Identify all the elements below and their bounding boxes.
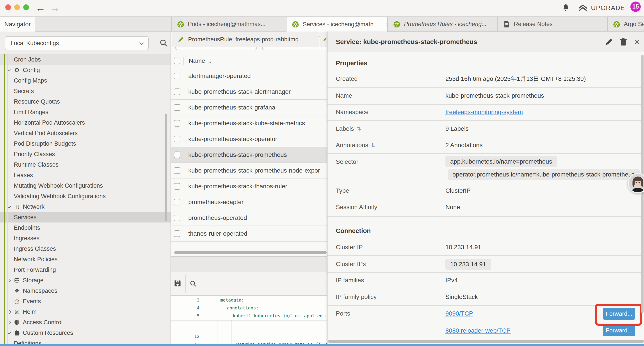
sidebar-item-ingress-classes[interactable]: Ingress Classes <box>0 244 171 254</box>
row-checkbox[interactable] <box>174 120 180 127</box>
window-minimize-button[interactable] <box>14 4 20 10</box>
window-maximize-button[interactable] <box>23 4 29 10</box>
row-checkbox[interactable] <box>174 104 180 111</box>
sidebar-item-horizontal-pod-autoscalers[interactable]: Horizontal Pod Autoscalers <box>0 117 171 128</box>
window-close-button[interactable] <box>5 4 11 10</box>
notifications-bell-icon[interactable] <box>562 3 570 12</box>
editor-tab-prometheusrule[interactable]: PrometheusRule: freeleaps-prod-rabbitmq <box>172 31 319 47</box>
row-checkbox[interactable] <box>174 230 180 237</box>
row-checkbox[interactable] <box>174 199 180 205</box>
sidebar-group-custom-resources[interactable]: Custom Resources <box>0 328 171 338</box>
service-detail-panel: Service: kube-prometheus-stack-prometheu… <box>327 31 644 344</box>
sidebar-item-vertical-pod-autoscalers[interactable]: Vertical Pod Autoscalers <box>0 128 171 138</box>
navigator-panel-tab[interactable]: Navigator <box>0 17 35 32</box>
sidebar-item-services[interactable]: Services <box>0 212 171 223</box>
row-checkbox[interactable] <box>174 136 180 142</box>
sidebar-item-port-forwarding[interactable]: Port Forwarding <box>0 265 171 275</box>
sidebar-group-config[interactable]: ⚙Config <box>0 65 171 75</box>
table-row[interactable]: prometheus-adapter <box>171 194 327 210</box>
tab-prometheus-rules[interactable]: Prometheus Rules - icecheng... <box>388 17 497 32</box>
row-checkbox[interactable] <box>174 88 180 95</box>
trash-icon[interactable] <box>619 37 628 46</box>
close-tab-icon[interactable]: × <box>386 20 388 29</box>
forward-button-8080[interactable]: Forward... <box>603 325 635 336</box>
sidebar-item-endpoints[interactable]: Endpoints <box>0 223 171 233</box>
sidebar-item-priority-classes[interactable]: Priority Classes <box>0 149 171 159</box>
sidebar-group-access-control[interactable]: Access Control <box>0 317 171 328</box>
sidebar-item-events[interactable]: ◷Events <box>0 296 171 307</box>
sidebar-item-namespaces[interactable]: ❖Namespaces <box>0 286 171 296</box>
sidebar-item-cron-jobs[interactable]: Cron Jobs <box>0 54 171 65</box>
sidebar-item-pod-disruption-budgets[interactable]: Pod Disruption Budgets <box>0 138 171 149</box>
tab-label: Prometheus Rules - icecheng... <box>404 21 486 27</box>
chevron-down-icon <box>7 330 11 334</box>
labels-value[interactable]: 9 Labels <box>446 125 469 132</box>
sidebar-item-runtime-classes[interactable]: Runtime Classes <box>0 159 171 170</box>
editor-search-icon[interactable] <box>190 280 197 287</box>
table-row[interactable]: alertmanager-operated <box>171 68 327 84</box>
config-gear-icon: ⚙ <box>13 66 20 74</box>
sidebar-group-network[interactable]: ↑↓Network <box>0 201 171 212</box>
session-affinity-value: None <box>446 204 460 211</box>
tab-services[interactable]: Services - icecheng@math... × <box>286 17 388 32</box>
upgrade-button[interactable]: UPGRADE <box>578 3 625 13</box>
table-row[interactable]: kube-prometheus-stack-thanos-ruler <box>171 178 327 194</box>
chevron-down-icon <box>7 204 11 208</box>
name-column-header[interactable]: Name <box>189 57 205 64</box>
sidebar-item-mutating-webhook-configurations[interactable]: Mutating Webhook Configurations <box>0 180 171 191</box>
table-row[interactable]: kube-prometheus-stack-kube-state-metrics <box>171 115 327 131</box>
table-row[interactable]: kube-prometheus-stack-prometheus-node-ex… <box>171 163 327 178</box>
sidebar-item-ingresses[interactable]: Ingresses <box>0 233 171 244</box>
table-row[interactable]: kube-prometheus-stack-operator <box>171 131 327 147</box>
tab-label: Argo Se <box>624 21 644 27</box>
window-bottom-accent <box>0 344 644 346</box>
editor-tab-strip <box>171 256 327 272</box>
row-checkbox[interactable] <box>174 73 180 79</box>
selector-chip: app.kubernetes.io/name=prometheus <box>446 156 557 167</box>
row-checkbox[interactable] <box>174 167 180 174</box>
row-checkbox[interactable] <box>174 183 180 190</box>
notification-count-badge[interactable]: 15 <box>630 1 641 12</box>
sidebar-scrollbar[interactable] <box>165 114 167 221</box>
back-icon[interactable]: ← <box>36 2 46 14</box>
panel-horizontal-scrollbar[interactable] <box>328 340 644 343</box>
annotations-value[interactable]: 2 Annotations <box>446 142 483 149</box>
save-icon[interactable] <box>174 280 182 287</box>
ip-family-policy-label: IP family policy <box>336 294 376 301</box>
namespace-link[interactable]: freeleaps-monitoring-system <box>446 109 523 116</box>
cluster-ip-value: 10.233.14.91 <box>446 244 481 251</box>
table-row[interactable]: kube-prometheus-stack-grafana <box>171 100 327 115</box>
table-row[interactable]: thanos-ruler-operated <box>171 226 327 242</box>
sidebar-group-helm[interactable]: ⎈Helm <box>0 307 171 317</box>
clock-icon: ◷ <box>13 298 20 305</box>
row-checkbox[interactable] <box>174 215 180 221</box>
search-icon[interactable] <box>159 38 168 47</box>
namespaces-icon: ❖ <box>13 287 20 294</box>
horizontal-scrollbar[interactable] <box>174 251 326 254</box>
sidebar-item-network-policies[interactable]: Network Policies <box>0 254 171 265</box>
tab-release-notes[interactable]: Release Notes <box>497 17 608 32</box>
row-checkbox[interactable] <box>174 152 180 158</box>
forward-icon[interactable]: → <box>50 2 60 14</box>
port-link-8080[interactable]: 8080:reloader-web/TCP <box>446 327 510 334</box>
kubeconfig-selector[interactable]: Local Kubeconfigs <box>5 36 148 50</box>
table-row[interactable]: kube-prometheus-stack-alertmanager <box>171 84 327 100</box>
editor-tab-partial[interactable] <box>320 31 327 47</box>
port-link-9090[interactable]: 9090/TCP <box>446 310 473 317</box>
sidebar-group-storage[interactable]: Storage <box>0 275 171 286</box>
close-icon[interactable]: × <box>632 37 641 46</box>
sidebar-item-config-maps[interactable]: Config Maps <box>0 75 171 86</box>
sidebar-item-validating-webhook-configurations[interactable]: Validating Webhook Configurations <box>0 191 171 201</box>
sidebar-item-leases[interactable]: Leases <box>0 170 171 180</box>
edit-pencil-icon[interactable] <box>604 37 613 46</box>
table-row[interactable]: prometheus-operated <box>171 210 327 226</box>
sidebar-item-definitions[interactable]: Definitions <box>0 338 171 344</box>
tab-argo[interactable]: Argo Se <box>608 17 644 32</box>
sidebar-item-limit-ranges[interactable]: Limit Ranges <box>0 107 171 117</box>
sidebar-item-resource-quotas[interactable]: Resource Quotas <box>0 96 171 107</box>
sidebar-item-secrets[interactable]: Secrets <box>0 86 171 96</box>
edit-pencil-icon <box>323 36 327 43</box>
table-row-selected[interactable]: kube-prometheus-stack-prometheus <box>171 147 327 163</box>
tab-pods[interactable]: Pods - icecheng@mathmas... <box>172 17 286 32</box>
select-all-checkbox[interactable] <box>174 58 180 64</box>
